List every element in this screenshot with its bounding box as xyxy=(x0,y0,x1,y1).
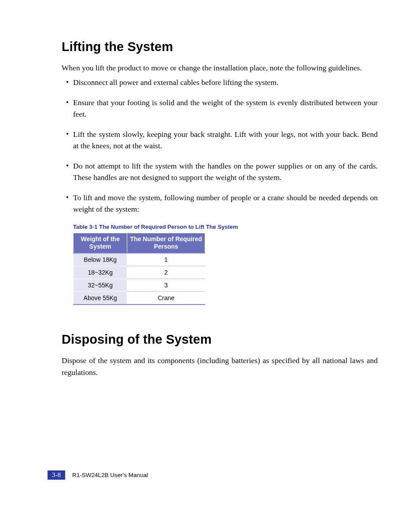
cell-weight: Below 18Kg xyxy=(74,253,127,266)
cell-number: Crane xyxy=(127,292,205,305)
table-header-persons: The Number of Required Persons xyxy=(127,233,205,253)
table-row: 32~55Kg 3 xyxy=(74,279,205,292)
intro-paragraph: When you lift the product to move or cha… xyxy=(62,62,378,74)
page-number: 3-8 xyxy=(48,470,65,480)
cell-number: 3 xyxy=(127,279,205,292)
cell-weight: 32~55Kg xyxy=(74,279,127,292)
table-row: 18~32Kg 2 xyxy=(74,266,205,279)
section-heading-lifting: Lifting the System xyxy=(62,40,378,54)
cell-weight: Above 55Kg xyxy=(74,292,127,305)
list-item: Lift the system slowly, keeping your bac… xyxy=(62,128,378,151)
list-item: Do not attempt to lift the system with t… xyxy=(62,160,378,183)
guideline-list: Disconnect all power and external cables… xyxy=(62,77,378,215)
table-block: Table 3-1 The Number of Required Person … xyxy=(73,224,378,305)
table-row: Above 55Kg Crane xyxy=(74,292,205,305)
manual-title: R1-SW24L2B User's Manual xyxy=(72,472,148,478)
required-persons-table: Weight of the System The Number of Requi… xyxy=(73,233,205,305)
section-heading-disposing: Disposing of the System xyxy=(62,332,378,347)
disposing-paragraph: Dispose of the system and its components… xyxy=(62,355,378,378)
table-header-weight: Weight of the System xyxy=(74,233,127,253)
page-footer: 3-8 R1-SW24L2B User's Manual xyxy=(48,470,148,480)
list-item: Disconnect all power and external cables… xyxy=(62,77,378,88)
list-item: Ensure that your footing is solid and th… xyxy=(62,97,378,120)
cell-weight: 18~32Kg xyxy=(74,266,127,279)
page-content: Lifting the System When you lift the pro… xyxy=(62,40,378,379)
list-item: To lift and move the system, following n… xyxy=(62,192,378,215)
cell-number: 2 xyxy=(127,266,205,279)
cell-number: 1 xyxy=(127,253,205,266)
table-row: Below 18Kg 1 xyxy=(74,253,205,266)
table-caption: Table 3-1 The Number of Required Person … xyxy=(73,224,378,230)
